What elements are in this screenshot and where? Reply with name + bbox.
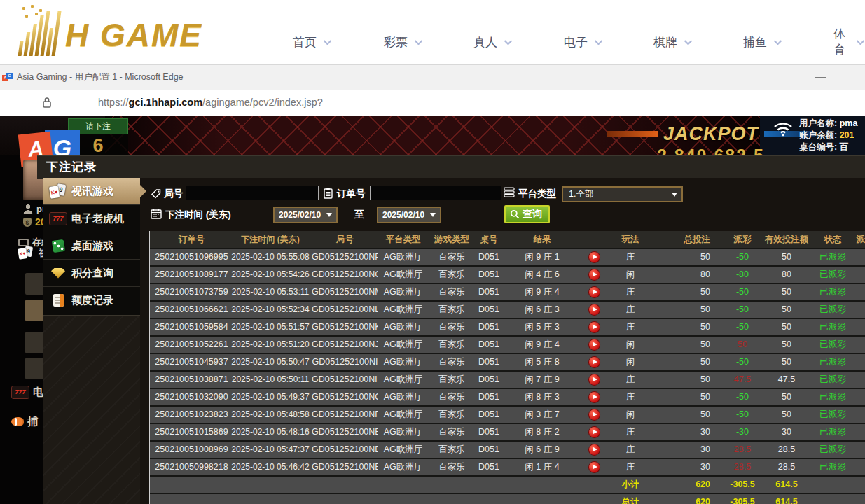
platform-type-select[interactable]: 1.全部 [562,186,683,202]
menu-filler-panel [43,315,140,504]
cell-play-side: 庄 [609,460,651,475]
sidebar-item-slot-machines[interactable]: 电子老虎机 [43,205,140,232]
nav-item-4[interactable]: 电子 [564,34,603,50]
cell-result: 闲 5 庄 3 [506,320,579,335]
replay-button[interactable] [589,427,600,438]
subtotal-row: 小计620-305.5614.5 [150,475,865,493]
sidebar-item-quota-records[interactable]: 额度记录 [43,287,140,314]
table-row: 2502100510891772025-02-10 05:54:26GD0512… [150,265,865,283]
replay-button[interactable] [589,322,600,332]
cell-status: 已派彩 [810,250,856,265]
cell-payout: -30 [721,425,763,440]
chevron-down-icon [856,36,865,48]
background-item: 捕 [11,415,38,428]
cell-round-no: GD051252100NH [311,372,378,387]
replay-button[interactable] [589,270,600,280]
date-to-select[interactable]: 2025/02/10 [377,206,441,223]
cell-table-no: D051 [472,372,506,387]
cell-round-no: GD051252100NL [311,302,378,317]
cell-payout: -50 [721,355,763,370]
replay-button[interactable] [589,374,600,385]
replay-button[interactable] [589,462,600,472]
url-text[interactable]: https://gci.1hhapi.com/agingame/pcv2/ind… [98,90,323,115]
cell-replay [579,442,609,457]
nav-item-1[interactable]: 首页 [293,34,332,50]
dropdown-caret-icon [430,213,436,217]
replay-button[interactable] [589,304,600,315]
user-info-line: 用户名称: pma [799,118,865,130]
replay-button[interactable] [589,252,600,262]
cell-game-type: 百家乐 [426,250,472,265]
ag-favicon-icon: AG [2,73,13,83]
cell-replay [579,355,609,370]
cell-total-bet: 30 [651,425,721,440]
cell-status: 已派彩 [810,425,856,440]
cell-game-type: 百家乐 [426,337,472,352]
cell-bet-time: 2025-02-10 05:50:47 [228,355,311,370]
cell-platform-type: AG欧洲厅 [378,460,426,475]
cell-platform-type: AG欧洲厅 [378,372,426,387]
subtotal-row-cell-play-side: 小计 [609,477,651,492]
cell-valid-bet: 50 [763,355,810,370]
cell-play-side: 庄 [609,390,651,405]
sidebar-item-video-games[interactable]: 视讯游戏 [43,178,140,205]
replay-button[interactable] [589,340,600,350]
replay-button[interactable] [589,410,600,420]
replay-button[interactable] [589,287,600,298]
cell-status: 已派彩 [810,355,856,370]
date-from-select[interactable]: 2025/02/10 [273,206,338,223]
cell-result: 闲 6 庄 3 [506,302,579,317]
nav-label: 彩票 [384,34,408,50]
sidebar-item-points-query[interactable]: 积分查询 [43,260,140,287]
minimize-button[interactable] [805,69,836,86]
user-info-label: 桌台编号: [799,142,840,152]
replay-button[interactable] [589,357,600,368]
edge-urlbar[interactable]: https://gci.1hhapi.com/agingame/pcv2/ind… [0,90,865,116]
cell-replay [579,372,609,387]
cell-round-no: GD051252100NF [311,407,378,422]
cell-platform-type: AG欧洲厅 [378,320,426,335]
cell-table-no: D051 [472,267,506,282]
table-row: 2502100510089692025-02-10 05:47:37GD0512… [150,440,865,458]
cell-replay [579,407,609,422]
document-icon [53,294,64,307]
cell-round-no: GD051252100NB [311,460,378,475]
search-button[interactable]: 查询 [504,205,550,223]
nav-item-3[interactable]: 真人 [473,34,513,50]
cell-total-bet: 50 [651,320,721,335]
cell-bet-time: 2025-02-10 05:48:58 [228,407,311,422]
nav-item-6[interactable]: 捕鱼 [743,34,782,50]
cell-game-type: 百家乐 [426,407,472,422]
nav-label: 真人 [473,34,497,50]
cell-platform-type: AG欧洲厅 [378,442,426,457]
sidebar-item-table-games[interactable]: 桌面游戏 [43,232,140,260]
nav-label: 电子 [564,34,588,50]
nav-item-2[interactable]: 彩票 [384,34,423,50]
replay-button[interactable] [589,392,600,402]
cell-payout: 28.5 [721,442,763,457]
url-domain: gci.1hhapi.com [129,97,203,108]
cell-order-no: 250210051073759 [150,285,228,300]
replay-button[interactable] [589,444,600,455]
cell-valid-bet: 50 [763,407,810,422]
cell-play-side: 庄 [609,372,651,387]
cell-platform-type: AG欧洲厅 [378,285,426,300]
calendar-icon [151,208,162,222]
header-game-type: 游戏类型 [426,232,472,247]
header-order-no: 订单号 [150,232,228,247]
grand-total-row-cell-payout: -305.5 [721,495,763,504]
cell-table-no: D051 [472,407,506,422]
cell-play-side: 庄 [609,320,651,335]
cell-game-type: 百家乐 [426,425,472,440]
cell-result: 闲 1 庄 4 [506,460,579,475]
platform-type-value: 1.全部 [563,188,681,201]
cell-round-no: GD051252100NI [311,355,378,370]
nav-item-5[interactable]: 棋牌 [653,34,693,50]
order-no-input[interactable] [370,186,501,200]
header-result: 结果 [506,232,579,247]
grand-total-row-cell-valid-bet: 614.5 [763,495,810,504]
round-no-input[interactable] [186,186,319,200]
cell-table-no: D051 [472,425,506,440]
cell-valid-bet: 50 [763,390,810,405]
nav-item-7[interactable]: 体育 [833,34,865,50]
